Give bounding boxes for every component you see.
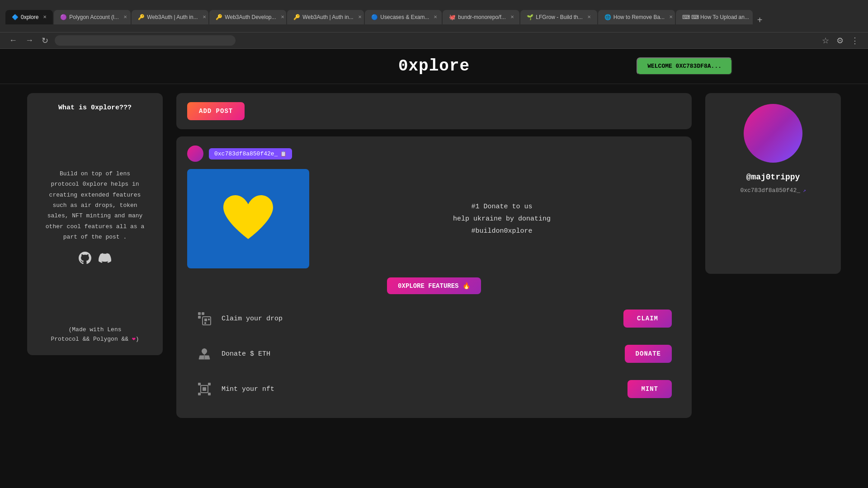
claim-label: Claim your drop (222, 315, 614, 323)
tab-label: ⌨ How To Upload an... (691, 14, 749, 20)
tab-close[interactable]: ✕ (669, 14, 673, 19)
tab-close[interactable]: ✕ (281, 14, 284, 19)
claim-button[interactable]: CLAIM (623, 310, 672, 328)
svg-rect-10 (198, 393, 201, 395)
center-feed: ADD POST 0xc783df8a850f42e_ 📋 (176, 93, 692, 418)
tab-web3auth-2[interactable]: 🔑 Web3Auth | Auth in... ✕ (287, 10, 364, 24)
heart-image (219, 192, 278, 246)
post-author-row: 0xc783df8a850f42e_ 📋 (187, 145, 681, 162)
github-icon[interactable] (79, 252, 91, 264)
svg-rect-1 (202, 312, 204, 315)
forward-button[interactable]: → (24, 36, 35, 45)
tab-web3auth-dev[interactable]: 🔑 Web3Auth Develop... ✕ (209, 10, 286, 24)
profile-address: 0xc783df8a850f42_ ↗ (740, 187, 806, 194)
right-sidebar: @maj0trippy 0xc783df8a850f42_ ↗ (705, 93, 841, 274)
svg-rect-4 (204, 319, 207, 321)
external-link-icon[interactable]: ↗ (803, 188, 806, 193)
menu-button[interactable]: ⋮ (849, 36, 861, 46)
address-bar[interactable]: localhost:3000 (55, 35, 236, 46)
tab-lfgrow[interactable]: 🌱 LFGrow - Build th... ✕ (520, 10, 597, 24)
copy-icon[interactable]: 📋 (280, 151, 287, 157)
tab-usecases[interactable]: 🔵 Usecases & Exam... ✕ (365, 10, 442, 24)
welcome-badge[interactable]: WELCOME 0XC783DF8A... (637, 57, 732, 75)
tab-web3auth-1[interactable]: 🔑 Web3Auth | Auth in... ✕ (132, 10, 208, 24)
sidebar-title: What is 0xplore??? (36, 104, 154, 112)
post-text-section: #1 Donate to us help ukraine by donating… (323, 169, 681, 268)
tab-favicon-0xplore: 🔷 (12, 14, 18, 20)
main-layout: What is 0xplore??? Build on top of lensp… (0, 84, 868, 427)
browser-chrome: 🔷 0xplore ✕ 🟣 Polygon Account (l... ✕ 🔑 … (0, 0, 868, 33)
app-title: 0xplore (398, 57, 470, 75)
svg-rect-9 (208, 383, 211, 385)
profile-card: @maj0trippy 0xc783df8a850f42_ ↗ (705, 93, 841, 274)
tab-label: Web3Auth | Auth in... (302, 14, 353, 20)
donate-label: Donate $ ETH (222, 350, 616, 358)
tab-label: bundr-monorepo/f... (458, 14, 505, 20)
tab-close[interactable]: ✕ (43, 14, 47, 19)
tab-close[interactable]: ✕ (434, 14, 437, 19)
tab-close[interactable]: ✕ (510, 14, 514, 19)
svg-rect-0 (198, 312, 201, 315)
tab-label: How to Remove Ba... (613, 14, 665, 20)
post-card: 0xc783df8a850f42e_ 📋 #1 Donate to us hel… (176, 136, 692, 418)
author-address[interactable]: 0xc783df8a850f42e_ 📋 (209, 148, 292, 160)
tab-0xplore[interactable]: 🔷 0xplore ✕ (5, 10, 53, 24)
mint-label: Mint your nft (222, 385, 618, 393)
post-content: #1 Donate to us help ukraine by donating… (187, 169, 681, 268)
heart-emoji: ❤️ (132, 336, 136, 343)
left-sidebar: What is 0xplore??? Build on top of lensp… (27, 93, 163, 355)
post-text: #1 Donate to us help ukraine by donating… (323, 201, 681, 237)
svg-rect-13 (203, 387, 206, 391)
svg-rect-2 (198, 316, 201, 319)
svg-rect-11 (208, 393, 211, 395)
profile-handle: @maj0trippy (746, 173, 800, 182)
features-badge: 0XPLORE FEATURES 🔥 (387, 277, 481, 294)
tab-polygon[interactable]: 🟣 Polygon Account (l... ✕ (54, 10, 131, 24)
new-tab-button[interactable]: + (754, 15, 766, 24)
sidebar-social-icons (36, 252, 154, 264)
tab-close[interactable]: ✕ (123, 14, 127, 19)
add-post-card: ADD POST (176, 93, 692, 129)
svg-rect-6 (204, 322, 206, 324)
sidebar-footer: (Made with Lens Protocol && Polygon && ❤… (36, 325, 154, 344)
tab-label: Web3Auth Develop... (225, 14, 276, 20)
extensions-button[interactable]: ⚙ (835, 36, 845, 46)
author-avatar (187, 145, 203, 162)
feature-row-donate: Donate $ ETH DONATE (187, 338, 681, 369)
reload-button[interactable]: ↻ (40, 36, 50, 46)
tab-close[interactable]: ✕ (587, 14, 591, 19)
tab-label: Usecases & Exam... (380, 14, 429, 20)
app-header: 0xplore WELCOME 0XC783DF8A... (0, 49, 868, 84)
donate-icon (196, 346, 212, 362)
tab-label: 0xplore (21, 14, 38, 20)
post-image (187, 169, 309, 268)
tab-label: Polygon Account (l... (69, 14, 118, 20)
nft-icon (196, 381, 212, 397)
tab-upload[interactable]: ⌨ ⌨ How To Upload an... ✕ (676, 10, 753, 24)
author-address-text: 0xc783df8a850f42e_ (214, 150, 278, 157)
bookmark-button[interactable]: ☆ (820, 36, 831, 46)
profile-avatar (744, 104, 802, 163)
mint-button[interactable]: MINT (627, 380, 672, 398)
donate-button[interactable]: DONATE (625, 345, 672, 363)
tab-remove-ba[interactable]: 🌐 How to Remove Ba... ✕ (598, 10, 675, 24)
svg-rect-5 (208, 319, 210, 320)
tab-label: LFGrow - Build th... (536, 14, 582, 20)
tab-close[interactable]: ✕ (358, 14, 362, 19)
sidebar-description: Build on top of lensprotocol 0xplore hel… (36, 169, 154, 243)
svg-rect-8 (198, 383, 201, 385)
feature-row-mint: Mint your nft MINT (187, 374, 681, 404)
add-post-button[interactable]: ADD POST (187, 102, 245, 120)
tab-bar: 🔷 0xplore ✕ 🟣 Polygon Account (l... ✕ 🔑 … (5, 8, 766, 24)
airdrop-icon (196, 310, 212, 327)
discord-icon[interactable] (99, 252, 111, 264)
profile-address-text: 0xc783df8a850f42_ (740, 187, 800, 194)
back-button[interactable]: ← (7, 36, 19, 45)
features-section: 0XPLORE FEATURES 🔥 (187, 277, 681, 404)
tab-close[interactable]: ✕ (203, 14, 206, 19)
feature-row-claim: Claim your drop CLAIM (187, 303, 681, 334)
tab-label: Web3Auth | Auth in... (147, 14, 198, 20)
tab-bundr[interactable]: 🐙 bundr-monorepo/f... ✕ (443, 10, 519, 24)
